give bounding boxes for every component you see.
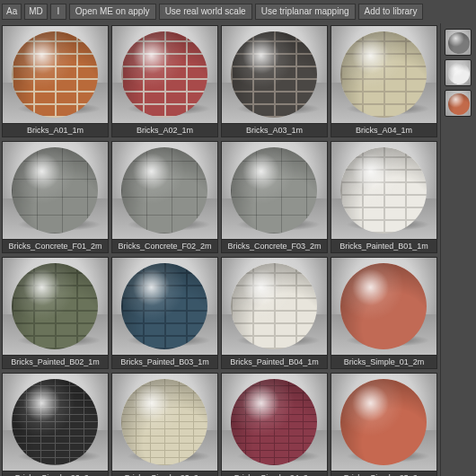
material-thumb[interactable]: [2, 373, 109, 472]
material-sphere: [231, 263, 317, 349]
material-thumb[interactable]: [111, 25, 218, 124]
material-cell[interactable]: Bricks_Simple_02_2m: [2, 373, 109, 476]
material-label: Bricks_A02_1m: [111, 124, 218, 137]
add-to-library-button[interactable]: Add to library: [358, 4, 424, 20]
material-thumb[interactable]: [2, 25, 109, 124]
side-thumb-sphere: [448, 63, 470, 84]
material-label: Bricks_Painted_B01_1m: [331, 240, 437, 253]
material-sphere: [340, 147, 427, 234]
material-cell[interactable]: Bricks_A04_1m: [331, 25, 437, 137]
material-label: Bricks_A01_1m: [2, 124, 109, 137]
material-label: Bricks_Simple_02_2m: [2, 472, 109, 476]
material-thumb[interactable]: [2, 257, 109, 356]
side-thumb-sphere: [448, 32, 470, 54]
material-label: Bricks_Concrete_F03_2m: [221, 240, 328, 253]
material-thumb[interactable]: [221, 373, 328, 472]
material-label: Bricks_Painted_B03_1m: [111, 356, 218, 369]
material-thumb[interactable]: [331, 257, 437, 356]
material-sphere: [121, 147, 207, 234]
material-cell[interactable]: Bricks_A03_1m: [221, 25, 328, 137]
material-cell[interactable]: Bricks_Painted_B02_1m: [2, 257, 109, 369]
material-cell[interactable]: Bricks_Painted_B03_1m: [111, 257, 218, 369]
material-cell[interactable]: Bricks_A02_1m: [111, 25, 218, 137]
material-sphere: [12, 379, 98, 465]
material-label: Bricks_Concrete_F02_2m: [111, 240, 218, 253]
material-thumb[interactable]: [331, 373, 437, 472]
material-thumb[interactable]: [331, 141, 437, 240]
material-label: Bricks_Painted_B02_1m: [2, 356, 109, 369]
material-sphere: [340, 31, 427, 118]
material-cell[interactable]: Bricks_A01_1m: [2, 25, 109, 137]
material-thumb[interactable]: [111, 141, 218, 240]
material-grid: Bricks_A01_1mBricks_A02_1mBricks_A03_1mB…: [2, 25, 440, 476]
material-label: Bricks_A04_1m: [331, 124, 437, 137]
side-thumb[interactable]: [445, 90, 472, 117]
material-sphere: [231, 379, 317, 465]
material-label: Bricks_Simple_03_2m: [111, 472, 218, 476]
material-cell[interactable]: Bricks_Painted_B04_1m: [221, 257, 328, 369]
material-cell[interactable]: Bricks_Simple_05_2m: [331, 373, 437, 476]
toolbar: Aa MD I Open ME on apply Use real world …: [0, 0, 476, 23]
side-thumb-sphere: [448, 93, 470, 115]
material-sphere: [121, 379, 207, 465]
material-thumb[interactable]: [221, 25, 328, 124]
material-thumb[interactable]: [111, 373, 218, 472]
material-thumb[interactable]: [111, 257, 218, 356]
material-sphere: [340, 263, 427, 349]
material-thumb[interactable]: [331, 25, 437, 124]
material-label: Bricks_Painted_B04_1m: [221, 356, 328, 369]
material-label: Bricks_A03_1m: [221, 124, 328, 137]
material-label: Bricks_Concrete_F01_2m: [2, 240, 109, 253]
open-me-button[interactable]: Open ME on apply: [69, 4, 156, 20]
material-cell[interactable]: Bricks_Simple_03_2m: [111, 373, 218, 476]
material-sphere: [231, 147, 317, 234]
material-sphere: [12, 31, 98, 118]
material-sphere: [121, 263, 207, 349]
md-button[interactable]: MD: [24, 4, 48, 20]
side-thumb[interactable]: [445, 59, 472, 86]
info-button[interactable]: I: [50, 4, 66, 20]
material-sphere: [231, 31, 317, 118]
material-cell[interactable]: Bricks_Concrete_F02_2m: [111, 141, 218, 253]
triplanar-button[interactable]: Use triplanar mapping: [255, 4, 356, 20]
case-toggle-button[interactable]: Aa: [2, 4, 22, 20]
material-cell[interactable]: Bricks_Simple_01_2m: [331, 257, 437, 369]
real-world-scale-button[interactable]: Use real world scale: [159, 4, 252, 20]
material-cell[interactable]: Bricks_Concrete_F01_2m: [2, 141, 109, 253]
material-thumb[interactable]: [221, 257, 328, 356]
material-thumb[interactable]: [2, 141, 109, 240]
material-cell[interactable]: Bricks_Simple_04_2m: [221, 373, 328, 476]
main-area: Bricks_A01_1mBricks_A02_1mBricks_A03_1mB…: [0, 23, 476, 476]
material-label: Bricks_Simple_05_2m: [331, 472, 437, 476]
material-sphere: [121, 31, 207, 118]
material-thumb[interactable]: [221, 141, 328, 240]
material-cell[interactable]: Bricks_Concrete_F03_2m: [221, 141, 328, 253]
material-sphere: [340, 379, 427, 465]
side-panel: [440, 23, 476, 476]
material-sphere: [12, 263, 98, 349]
material-sphere: [12, 147, 98, 234]
material-cell[interactable]: Bricks_Painted_B01_1m: [331, 141, 437, 253]
side-thumb[interactable]: [445, 29, 472, 56]
material-label: Bricks_Simple_01_2m: [331, 356, 437, 369]
material-grid-wrap: Bricks_A01_1mBricks_A02_1mBricks_A03_1mB…: [0, 23, 440, 476]
material-label: Bricks_Simple_04_2m: [221, 472, 328, 476]
